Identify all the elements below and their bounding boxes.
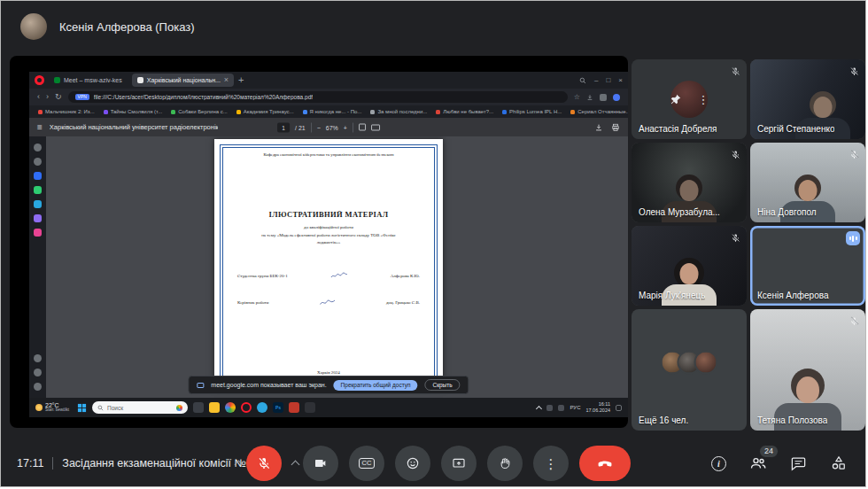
weather-widget[interactable]: 22°C Stan: bewölkt <box>35 402 69 414</box>
media-player-icon[interactable] <box>305 402 315 413</box>
opera-icon[interactable] <box>241 402 252 413</box>
bookmark-item[interactable]: За мной последни... <box>370 109 427 114</box>
bookmark-item[interactable]: Академия Тринаус... <box>236 109 294 114</box>
chrome-icon[interactable] <box>225 402 236 413</box>
stop-sharing-button[interactable]: Прекратить общий доступ <box>334 380 418 391</box>
new-tab-button[interactable]: + <box>238 75 244 85</box>
hide-notice-button[interactable]: Скрыть <box>424 379 460 391</box>
browser-tab-meet[interactable]: Meet – msw-aziv-kes <box>49 74 128 87</box>
more-options-button[interactable]: ⋮ <box>533 446 569 481</box>
edge-icon[interactable] <box>257 402 267 413</box>
participant-tile-nina[interactable]: Ніна Довгопол <box>750 143 865 222</box>
share-notice-text: meet.google.com показывает ваш экран. <box>211 382 326 388</box>
language-indicator[interactable]: РУС <box>570 405 580 410</box>
bookmark-star-icon[interactable]: ☆ <box>574 93 580 101</box>
raise-hand-button[interactable] <box>487 446 523 481</box>
reactions-button[interactable] <box>395 446 430 481</box>
mic-toggle-button[interactable] <box>246 446 282 481</box>
participant-tile-tetiana[interactable]: Тетяна Полозова <box>750 309 865 431</box>
download-panel-icon[interactable] <box>586 94 593 101</box>
start-button-icon[interactable] <box>77 403 87 413</box>
instagram-icon[interactable] <box>34 229 42 237</box>
vk-messenger-icon[interactable] <box>34 172 42 180</box>
activities-panel-button[interactable] <box>830 454 848 472</box>
file-explorer-icon[interactable] <box>209 402 220 413</box>
taskbar-search[interactable]: Поиск <box>92 401 188 414</box>
bookmark-item[interactable]: Собаки Берлина с... <box>171 109 228 114</box>
fullscreen-icon[interactable] <box>371 124 380 130</box>
more-options-icon: ⋮ <box>545 457 558 470</box>
volume-icon[interactable] <box>558 405 564 411</box>
maximize-icon[interactable]: □ <box>606 76 610 84</box>
refresh-icon[interactable]: ↻ <box>55 93 62 101</box>
workspace-icon[interactable] <box>34 144 42 151</box>
settings-gear-icon[interactable] <box>34 383 42 391</box>
twitch-icon[interactable] <box>34 214 42 222</box>
tray-expand-icon[interactable] <box>536 405 542 411</box>
captions-icon: CC <box>359 458 376 470</box>
history-icon[interactable] <box>34 158 42 166</box>
pin-icon[interactable] <box>670 93 682 105</box>
present-button[interactable] <box>441 446 477 481</box>
vpn-badge[interactable]: VPN <box>75 94 89 100</box>
bookmark-item[interactable]: Тайны Смолвиля (т... <box>104 109 163 114</box>
close-window-icon[interactable]: × <box>618 76 623 84</box>
participant-tile-serhii[interactable]: Сергій Степаненко <box>750 59 865 139</box>
fit-page-icon[interactable] <box>359 124 366 131</box>
chat-panel-button[interactable] <box>790 455 807 472</box>
task-view-icon[interactable] <box>193 402 204 413</box>
close-tab-icon[interactable]: × <box>224 76 229 84</box>
clock-widget[interactable]: 16:11 17.06.2024 <box>585 401 610 414</box>
avatar <box>694 351 718 375</box>
url-field[interactable]: VPN file:///C:/Users/acer/Desktop/диплом… <box>68 91 568 103</box>
participants-panel-button[interactable]: 24 <box>749 454 767 472</box>
forward-icon[interactable]: › <box>46 93 49 101</box>
participant-tile-anastasiia[interactable]: ⋮ Анастасія Добреля <box>632 59 747 139</box>
opera-menu-icon[interactable] <box>35 75 44 85</box>
zoom-in-icon[interactable]: + <box>344 124 347 130</box>
tile-more-options-icon[interactable]: ⋮ <box>698 94 709 105</box>
camera-toggle-button[interactable] <box>303 446 338 481</box>
download-icon[interactable] <box>594 123 603 132</box>
browser-tab-pdf[interactable]: Харківський національн... × <box>132 74 234 87</box>
downloads-icon[interactable] <box>34 369 42 376</box>
captions-button[interactable]: CC <box>349 446 384 481</box>
bookmark-item[interactable]: Philips Lumea IPL H... <box>502 109 562 114</box>
document-frame-border <box>222 147 435 381</box>
end-call-button[interactable] <box>579 446 631 481</box>
mic-options-chevron-icon[interactable] <box>235 461 244 470</box>
participant-name: Сергій Степаненко <box>757 124 834 134</box>
bookmark-item[interactable]: Любви не бывает?... <box>436 109 493 114</box>
participant-tile-maria[interactable]: Марія Лук'янець <box>632 226 747 306</box>
minimize-icon[interactable]: – <box>594 76 598 84</box>
taskbar-date: 17.06.2024 <box>585 408 610 414</box>
chat-icon <box>790 455 807 472</box>
participant-tile-olena[interactable]: Олена Мурзабула... <box>632 143 747 222</box>
favorites-icon[interactable] <box>34 354 42 362</box>
url-text: file:///C:/Users/acer/Desktop/диплом/Ілю… <box>94 94 313 100</box>
mail-app-icon[interactable] <box>289 402 299 413</box>
meeting-details-button[interactable]: i <box>711 456 726 471</box>
bookmark-item[interactable]: Я никогда не... - По... <box>303 109 362 114</box>
print-icon[interactable] <box>611 123 620 132</box>
search-icon[interactable] <box>579 77 586 84</box>
bookmark-item[interactable]: Мальчишник 2: Из... <box>38 109 95 114</box>
notification-center-icon[interactable] <box>616 405 622 411</box>
activities-shapes-icon <box>830 454 848 472</box>
profile-icon[interactable] <box>613 94 620 101</box>
whatsapp-icon[interactable] <box>34 186 42 194</box>
page-number-input[interactable]: 1 <box>277 122 290 132</box>
pdf-sidebar-toggle-icon[interactable]: ≡ <box>37 123 43 132</box>
network-icon[interactable] <box>546 405 553 411</box>
extensions-icon[interactable] <box>600 94 607 101</box>
camera-options-chevron-icon[interactable] <box>291 461 300 470</box>
pdf-page: Кафедра економічної кібернетики та управ… <box>214 139 443 389</box>
more-participants-tile[interactable]: Ещё 16 чел. <box>632 309 747 431</box>
bookmark-item[interactable]: Сериал Отчаянные... <box>570 109 628 114</box>
participant-avatars-cluster <box>661 351 718 375</box>
participant-tile-kseniia[interactable]: Ксенія Алферова <box>750 226 865 306</box>
telegram-icon[interactable] <box>34 200 42 208</box>
zoom-out-icon[interactable]: − <box>317 124 321 130</box>
photoshop-icon[interactable]: Ps <box>273 402 283 413</box>
back-icon[interactable]: ‹ <box>37 93 40 101</box>
